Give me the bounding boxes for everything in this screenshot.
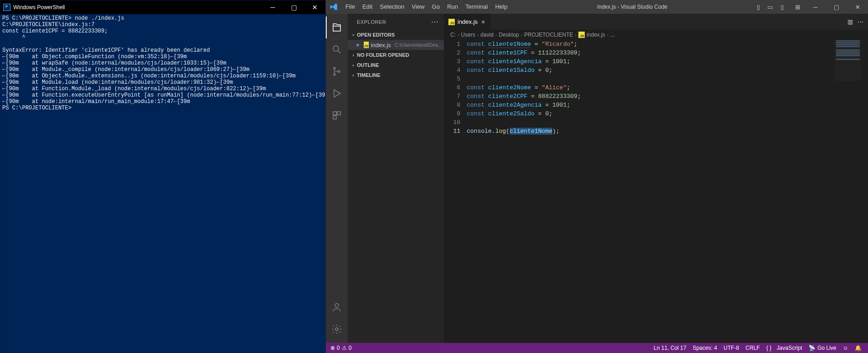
tab-more-icon[interactable]: ⋯ — [857, 18, 863, 25]
vscode-window-title: index.js - Visual Studio Code — [511, 4, 754, 10]
powershell-titlebar[interactable]: Windows PowerShell ─ ▢ ✕ — [0, 0, 325, 14]
section-open-editors[interactable]: › OPEN EDITORS — [348, 30, 444, 40]
ps-maximize-button[interactable]: ▢ — [283, 0, 304, 14]
tab-indexjs[interactable]: JS index.js × — [444, 14, 491, 30]
ps-prompt: PS C:\PROJETOCLIENTE> — [2, 105, 71, 111]
chevron-down-icon: › — [351, 31, 356, 38]
close-editor-icon[interactable]: × — [356, 42, 362, 49]
status-encoding[interactable]: UTF-8 — [723, 345, 739, 351]
section-label: NO FOLDER OPENED — [357, 52, 409, 58]
bc-item[interactable]: Desktop — [499, 32, 519, 38]
svg-point-0 — [333, 46, 339, 51]
menu-help[interactable]: Help — [491, 0, 511, 14]
sidebar-more-icon[interactable]: ⋯ — [431, 17, 439, 26]
ps-line: const cliente1CPF = 88822233309; — [2, 28, 108, 34]
ps-close-button[interactable]: ✕ — [304, 0, 325, 14]
status-cursor[interactable]: Ln 11, Col 17 — [654, 345, 686, 351]
broadcast-icon: 📡 — [809, 345, 815, 351]
ps-trace-line: ←[90m at Object.compileFunction (node:vm… — [2, 54, 187, 60]
bc-item[interactable]: index.js — [587, 32, 605, 38]
error-icon: ⊗ — [330, 345, 335, 351]
vs-minimize-button[interactable]: ─ — [805, 0, 826, 14]
file-path: C:\Users\david\Desktop\P... — [394, 42, 444, 48]
section-timeline[interactable]: › TIMELINE — [348, 70, 444, 80]
editor-scrollbar[interactable] — [862, 40, 868, 343]
menu-edit[interactable]: Edit — [359, 0, 376, 14]
status-bar: ⊗0 ⚠0 Ln 11, Col 17 Spaces: 4 UTF-8 CRLF… — [326, 343, 868, 353]
powershell-window: Windows PowerShell ─ ▢ ✕ PS C:\PROJETOCL… — [0, 0, 326, 353]
bc-item[interactable]: C: — [450, 32, 456, 38]
vs-maximize-button[interactable]: ▢ — [826, 0, 847, 14]
js-file-icon: JS — [448, 19, 455, 25]
open-editor-file[interactable]: × JS index.js C:\Users\david\Desktop\P..… — [348, 40, 444, 50]
status-eol[interactable]: CRLF — [745, 345, 760, 351]
status-feedback-icon[interactable]: ☺ — [843, 345, 848, 351]
split-editor-icon[interactable]: ▥ — [847, 18, 853, 25]
menu-run[interactable]: Run — [443, 0, 462, 14]
status-language[interactable]: { } JavaScript — [766, 345, 803, 351]
menu-terminal[interactable]: Terminal — [462, 0, 491, 14]
ps-minimize-button[interactable]: ─ — [262, 0, 283, 14]
minimap[interactable] — [834, 40, 862, 81]
editor-tabs: JS index.js × ▥ ⋯ — [444, 14, 868, 30]
error-count: 0 — [337, 345, 340, 351]
bc-item[interactable]: ... — [610, 32, 615, 38]
tab-close-icon[interactable]: × — [480, 18, 486, 26]
explorer-sidebar: EXPLORER ⋯ › OPEN EDITORS × JS index.js … — [348, 14, 444, 343]
chevron-right-icon: › — [350, 73, 357, 78]
activity-run-debug-icon[interactable] — [326, 82, 348, 104]
vscode-window: File Edit Selection View Go Run Terminal… — [326, 0, 868, 353]
sidebar-title: EXPLORER — [357, 19, 386, 25]
layout-customize-icon[interactable]: ⊞ — [793, 2, 802, 11]
lang-label: JavaScript — [776, 345, 802, 351]
vscode-logo-icon — [326, 3, 342, 11]
svg-point-2 — [334, 74, 335, 76]
ps-line: PS C:\PROJETOCLIENTE> node ./index.js — [2, 15, 124, 22]
bc-item[interactable]: PROJETOCLIENTE — [524, 32, 573, 38]
menu-view[interactable]: View — [408, 0, 428, 14]
code-content[interactable]: const cliente1Nome = "Ricardo"; const cl… — [467, 40, 868, 343]
ps-trace-line: ←[90m at node:internal/main/run_main_mod… — [2, 98, 190, 105]
activity-accounts-icon[interactable] — [326, 296, 348, 318]
file-name: index.js — [371, 42, 391, 49]
ps-trace-line: ←[90m at Function.Module._load (node:int… — [2, 86, 266, 92]
breadcrumb[interactable]: C:› Users› david› Desktop› PROJETOCLIENT… — [444, 30, 868, 40]
golive-label: Go Live — [817, 345, 836, 351]
activity-search-icon[interactable] — [326, 38, 348, 60]
ps-line: ^ — [2, 34, 25, 41]
section-label: OPEN EDITORS — [357, 32, 395, 38]
activity-extensions-icon[interactable] — [326, 104, 348, 126]
line-gutter: 1234567891011 — [444, 40, 467, 343]
powershell-title: Windows PowerShell — [13, 4, 262, 11]
section-no-folder[interactable]: › NO FOLDER OPENED — [348, 50, 444, 60]
ps-trace-line: ←[90m at Module._compile (node:internal/… — [2, 66, 249, 73]
tab-label: index.js — [458, 18, 478, 25]
layout-bottom-icon[interactable]: ▭ — [766, 2, 775, 11]
status-golive[interactable]: 📡Go Live — [809, 345, 836, 351]
status-indent[interactable]: Spaces: 4 — [693, 345, 717, 351]
activity-settings-icon[interactable] — [326, 318, 348, 340]
section-outline[interactable]: › OUTLINE — [348, 60, 444, 70]
status-bell-icon[interactable]: 🔔 — [855, 345, 862, 351]
bc-item[interactable]: david — [480, 32, 494, 38]
menu-file[interactable]: File — [342, 0, 359, 14]
layout-left-icon[interactable]: ▯ — [754, 2, 763, 11]
menu-go[interactable]: Go — [428, 0, 443, 14]
code-editor[interactable]: 1234567891011 const cliente1Nome = "Rica… — [444, 40, 868, 343]
chevron-right-icon: › — [350, 63, 357, 68]
ps-trace-line: ←[90m at Function.executeUserEntryPoint … — [2, 92, 325, 98]
status-problems[interactable]: ⊗0 ⚠0 — [330, 345, 351, 351]
editor-area: JS index.js × ▥ ⋯ C:› Users› david› Desk… — [444, 14, 868, 343]
bc-item[interactable]: Users — [461, 32, 475, 38]
activity-source-control-icon[interactable] — [326, 60, 348, 82]
layout-right-icon[interactable]: ▯ — [777, 2, 787, 11]
activity-explorer-icon[interactable] — [326, 16, 348, 38]
vscode-titlebar[interactable]: File Edit Selection View Go Run Terminal… — [326, 0, 868, 14]
vs-close-button[interactable]: ✕ — [847, 0, 868, 14]
svg-point-3 — [338, 71, 340, 72]
vscode-menubar: File Edit Selection View Go Run Terminal… — [342, 0, 511, 14]
menu-selection[interactable]: Selection — [376, 0, 408, 14]
svg-rect-5 — [337, 112, 340, 115]
powershell-terminal[interactable]: PS C:\PROJETOCLIENTE> node ./index.js C:… — [0, 14, 325, 353]
warning-icon: ⚠ — [342, 345, 347, 351]
